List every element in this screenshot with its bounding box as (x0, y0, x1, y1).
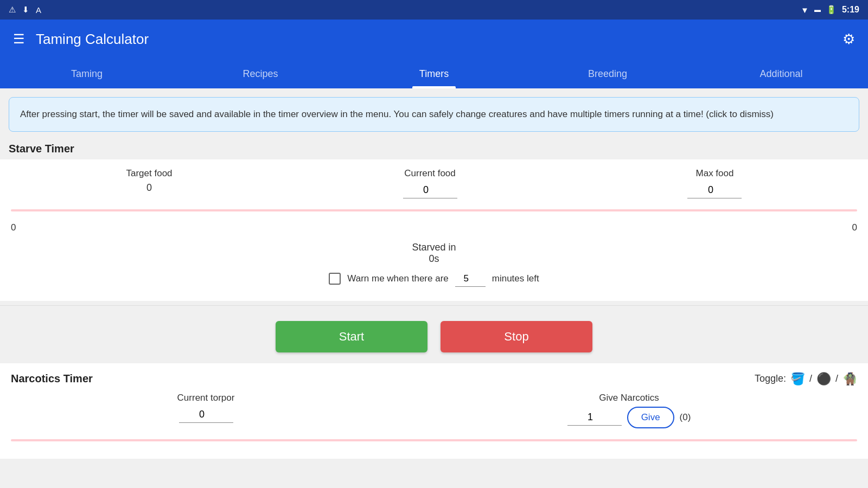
max-food-input[interactable] (687, 182, 742, 198)
app-title: Taming Calculator (36, 31, 149, 48)
current-food-input[interactable] (403, 182, 457, 198)
battery-icon: 🔋 (826, 5, 837, 15)
narcotics-slider-container (11, 435, 857, 446)
target-food-label: Target food (126, 168, 172, 179)
give-narcotics-label: Give Narcotics (599, 393, 659, 403)
food-slider-container (11, 205, 857, 216)
current-food-col: Current food (403, 168, 457, 198)
main-content: After pressing start, the timer will be … (0, 88, 868, 487)
tab-taming[interactable]: Taming (0, 59, 174, 87)
narcotics-slider-track (11, 439, 857, 441)
give-narcotics-col: Give Narcotics Give (0) (567, 393, 691, 428)
alert-icon: ⚠ (9, 5, 16, 15)
starve-timer-section: Target food 0 Current food Max food 0 0 (0, 159, 868, 301)
toggle-separator-2: / (835, 373, 838, 384)
tab-timers[interactable]: Timers (347, 59, 521, 87)
warn-text-1: Warn me when there are (347, 273, 448, 284)
start-button[interactable]: Start (276, 321, 427, 352)
app-bar: ☰ Taming Calculator ⚙ (0, 20, 868, 59)
food-row: Target food 0 Current food Max food (11, 168, 857, 198)
menu-icon[interactable]: ☰ (13, 31, 25, 47)
starved-in-label: Starved in (412, 242, 456, 253)
status-bar-right-icons: ▼ ▬ 🔋 5:19 (801, 5, 859, 15)
warn-checkbox[interactable] (329, 273, 341, 285)
current-torpor-label: Current torpor (177, 393, 235, 403)
tab-additional[interactable]: Additional (694, 59, 868, 87)
warn-text-2: minutes left (492, 273, 539, 284)
narcotics-toggle-icon-3[interactable]: 🧌 (843, 372, 857, 386)
current-food-label: Current food (404, 168, 456, 179)
slider-min-label: 0 (11, 222, 16, 233)
divider-1 (0, 305, 868, 306)
stop-button[interactable]: Stop (441, 321, 592, 352)
time-display: 5:19 (842, 5, 859, 15)
info-banner[interactable]: After pressing start, the timer will be … (9, 97, 859, 132)
tab-bar: Taming Recipes Timers Breeding Additiona… (0, 59, 868, 88)
starved-in-value: 0s (429, 253, 439, 265)
give-button[interactable]: Give (627, 407, 674, 428)
narcotics-section: Narcotics Timer Toggle: 🪣 / ⚫ / 🧌 Curren… (0, 363, 868, 459)
warn-minutes-input[interactable] (455, 271, 486, 287)
wifi-icon: ▼ (801, 5, 809, 15)
max-food-col: Max food (687, 168, 742, 198)
narcotics-title: Narcotics Timer (11, 373, 93, 385)
tab-breeding[interactable]: Breeding (521, 59, 694, 87)
download-icon: ⬇ (22, 5, 29, 15)
current-torpor-col: Current torpor (177, 393, 235, 423)
narcotics-toggle-icon-2[interactable]: ⚫ (816, 372, 831, 386)
target-food-col: Target food 0 (126, 168, 172, 194)
status-bar: ⚠ ⬇ A ▼ ▬ 🔋 5:19 (0, 0, 868, 20)
slider-labels: 0 0 (11, 220, 857, 235)
toggle-label: Toggle: (755, 373, 786, 384)
tab-recipes[interactable]: Recipes (174, 59, 347, 87)
target-food-value: 0 (146, 182, 152, 194)
current-torpor-input[interactable] (179, 407, 233, 423)
give-narcotics-row: Give (0) (567, 407, 691, 428)
food-slider-track (11, 209, 857, 211)
settings-icon[interactable]: ⚙ (843, 31, 855, 48)
warn-row: Warn me when there are minutes left (11, 271, 857, 287)
starved-in-row: Starved in 0s (11, 242, 857, 265)
starve-timer-section-header: Starve Timer (0, 136, 868, 159)
narcotics-slider (11, 435, 857, 446)
narcotics-toggle-icon-1[interactable]: 🪣 (790, 372, 805, 386)
give-narcotics-input[interactable] (567, 409, 622, 426)
toggle-separator-1: / (809, 373, 812, 384)
app-bar-left: ☰ Taming Calculator (13, 31, 149, 48)
narcotics-header: Narcotics Timer Toggle: 🪣 / ⚫ / 🧌 (11, 372, 857, 386)
status-bar-left-icons: ⚠ ⬇ A (9, 5, 41, 15)
narcotics-inputs: Current torpor Give Narcotics Give (0) (11, 393, 857, 428)
slider-max-label: 0 (852, 222, 857, 233)
signal-icon: ▬ (814, 6, 821, 14)
max-food-label: Max food (696, 168, 734, 179)
buttons-row: Start Stop (0, 310, 868, 363)
toggle-row: Toggle: 🪣 / ⚫ / 🧌 (755, 372, 857, 386)
font-icon: A (36, 5, 41, 15)
give-count: (0) (680, 412, 691, 423)
